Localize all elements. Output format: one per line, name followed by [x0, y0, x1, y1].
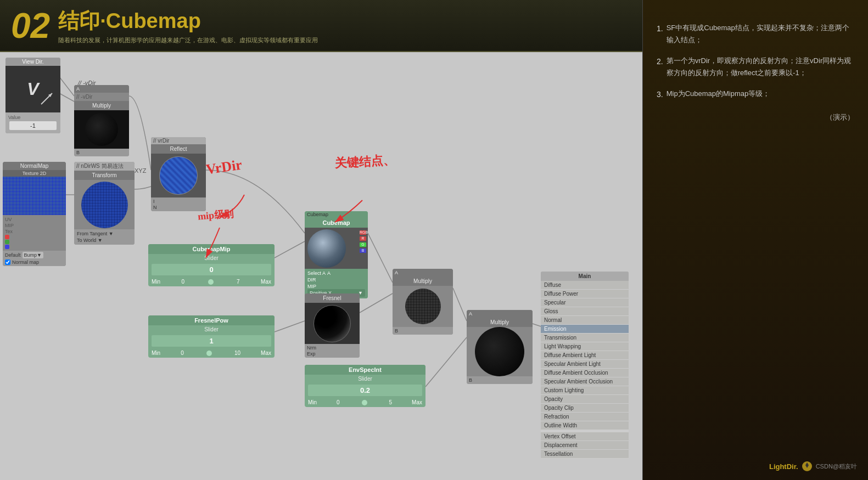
envspecint-node[interactable]: EnvSpecInt Slider 0.2 Min 0 5 Max: [305, 365, 425, 407]
main-panel-refraction[interactable]: Refraction: [541, 413, 629, 421]
multiply-right1-node[interactable]: A Multiply B: [393, 269, 453, 335]
mip-label: MIP: [5, 223, 14, 228]
envspecint-range: Min 0 5 Max: [305, 398, 425, 407]
envspecint-slider-dot[interactable]: [362, 400, 367, 405]
annotation-mip: mip级别: [197, 207, 234, 223]
envspecint-value[interactable]: 0.2: [308, 385, 422, 396]
fresnel-preview: [305, 303, 360, 344]
cubemapmip-max-value: 7: [237, 279, 240, 285]
multiply-right2-node[interactable]: A Multiply B: [467, 310, 533, 384]
right-panel-list: 1. SF中有现成Cubemap结点，实现起来并不复杂；注意两个输入结点； 2.…: [657, 22, 854, 123]
fresnelpow-slider-dot[interactable]: [206, 351, 212, 356]
item-text-1: SF中有现成Cubemap结点，实现起来并不复杂；注意两个输入结点；: [667, 22, 854, 46]
multiply-top-preview: [74, 110, 129, 149]
main-panel-header: Main: [541, 272, 629, 281]
multiply-right1-preview: [393, 286, 453, 327]
right-panel-item-2: 2. 第一个为vrDir，即观察方向的反射方向；注意vDir同样为观察方向的反射…: [657, 55, 854, 79]
port-b-in: B: [76, 150, 80, 155]
cubemapmip-min-value: 0: [182, 279, 185, 285]
reflect-node[interactable]: // vrDir Reflect I N: [151, 137, 206, 211]
fresnelpow-subheader: Slider: [148, 325, 275, 334]
port-b-out: B: [360, 249, 366, 253]
cubemap-header: Cubemap: [305, 218, 368, 228]
fresnelpow-node[interactable]: FresnelPow Slider 1 Min 0 10 Max: [148, 315, 275, 358]
transform-ports: From Tangent ▼ To World ▼: [74, 229, 135, 245]
header: 02 结印·Cubemap 随着科技的发展，计算机图形学的应用越来越广泛，在游戏…: [0, 0, 642, 52]
cubemapmip-node[interactable]: CubemapMip Slider 0 Min 0 7 Max: [148, 244, 275, 286]
annotation-key: 关键结点、: [334, 152, 395, 172]
port-a-out: A: [327, 270, 331, 276]
main-panel-tessellation[interactable]: Tessellation: [541, 450, 629, 459]
main-panel-custom-lighting[interactable]: Custom Lighting: [541, 386, 629, 395]
port-r-out: R: [360, 236, 366, 241]
fresnelpow-max-value: 10: [234, 350, 240, 356]
main-panel-gloss[interactable]: Gloss: [541, 307, 629, 316]
value-label: Value: [8, 115, 58, 120]
transform-header: Transform: [74, 171, 135, 180]
main-panel-opacity-clip[interactable]: Opacity Clip: [541, 404, 629, 413]
main-panel-vertex-offset[interactable]: Vertex Offset: [541, 432, 629, 441]
main-panel-emission[interactable]: Emission: [541, 325, 629, 334]
main-panel-light-wrapping[interactable]: Light Wrapping: [541, 342, 629, 351]
multiply-top-title: Multiply: [74, 101, 129, 110]
multiply-top-header: // -vDir: [74, 93, 129, 101]
main-panel-specular-ao[interactable]: Specular Ambient Occlusion: [541, 377, 629, 386]
cubemap-subheader-comment: Cubemap: [305, 211, 368, 218]
multiply-right2-header: Multiply: [467, 318, 533, 327]
main-panel-diffuse-ao[interactable]: Diffuse Ambient Occlusion: [541, 369, 629, 377]
main-panel-displacement[interactable]: Displacement: [541, 441, 629, 450]
fresnel-node[interactable]: Fresnel Nrm Exp: [305, 293, 360, 358]
cubemapmip-max-label: Max: [261, 279, 271, 285]
normalmap-header: NormalMap: [3, 162, 66, 170]
cubemap-node[interactable]: Cubemap Cubemap RGB R G B Select A A DIR: [305, 211, 368, 298]
cubemapmip-value[interactable]: 0: [152, 264, 271, 275]
reflect-comment: // vrDir: [151, 137, 206, 144]
port-a-in-r2: A: [469, 311, 472, 317]
view-dir-bottom: Value -1: [5, 112, 60, 133]
fresnelpow-min-label: Min: [152, 350, 160, 356]
envspecint-min-value: 0: [337, 399, 340, 405]
item-num-2: 2.: [657, 55, 663, 69]
logo-icon: [802, 461, 813, 472]
mip-port-label: MIP: [307, 284, 316, 289]
transform-node[interactable]: // nDirWS 简易连法 Transform From Tangent ▼ …: [74, 162, 135, 245]
select-a-label: Select A: [307, 270, 326, 276]
main-panel-opacity[interactable]: Opacity: [541, 395, 629, 404]
normalmap-label: Normal map: [12, 259, 39, 265]
normalmap-checkbox[interactable]: [5, 259, 10, 265]
main-panel-specular-ambient-light[interactable]: Specular Ambient Light: [541, 360, 629, 369]
cubemapmip-slider-dot[interactable]: [208, 279, 214, 285]
dir-port-label: DIR: [307, 277, 316, 283]
main-panel-diffuse-power[interactable]: Diffuse Power: [541, 290, 629, 298]
fresnelpow-min-value: 0: [181, 350, 184, 356]
view-dir-arrow-icon: [38, 91, 55, 107]
main-panel-transmission[interactable]: Transmission: [541, 334, 629, 342]
item-num-3: 3.: [657, 88, 663, 101]
normalmap-subheader: Texture 2D: [3, 170, 66, 177]
normalmap-node[interactable]: NormalMap Texture 2D UV MIP Tex Default …: [3, 162, 66, 266]
to-world-label: To World ▼: [77, 238, 103, 243]
view-dir-value[interactable]: -1: [9, 121, 57, 130]
main-panel-normal[interactable]: Normal: [541, 316, 629, 325]
main-panel-specular[interactable]: Specular: [541, 298, 629, 307]
chevron-down-icon: ▼: [37, 252, 42, 258]
fresnelpow-range: Min 0 10 Max: [148, 348, 275, 358]
item-num-1: 1.: [657, 22, 663, 36]
uv-label: UV: [5, 217, 12, 222]
main-panel-outline-width[interactable]: Outline Width: [541, 421, 629, 430]
cubemap-rgb-ports: RGB R G B: [360, 230, 366, 253]
envspecint-min-label: Min: [308, 399, 317, 405]
multiply-right1-header: Multiply: [393, 276, 453, 286]
main-panel-diffuse-ambient-light[interactable]: Diffuse Ambient Light: [541, 351, 629, 360]
port-rgb-out: RGB: [360, 230, 366, 235]
multiply-top-node[interactable]: A // -vDir Multiply B: [74, 85, 129, 156]
normalmap-footer: Default Bump ▼ Normal map: [3, 251, 66, 266]
cubemapmip-header: CubemapMip: [148, 244, 275, 254]
transform-preview: [74, 180, 135, 229]
main-canvas: // -vDir View Dir. V Value -1 A // -vDir…: [0, 52, 642, 480]
bump-dropdown[interactable]: Bump ▼: [23, 252, 43, 258]
main-panel-diffuse[interactable]: Diffuse: [541, 281, 629, 290]
cubemap-preview: RGB R G B: [305, 228, 368, 269]
view-dir-node[interactable]: View Dir. V Value -1: [5, 58, 60, 133]
fresnelpow-value[interactable]: 1: [152, 335, 271, 347]
